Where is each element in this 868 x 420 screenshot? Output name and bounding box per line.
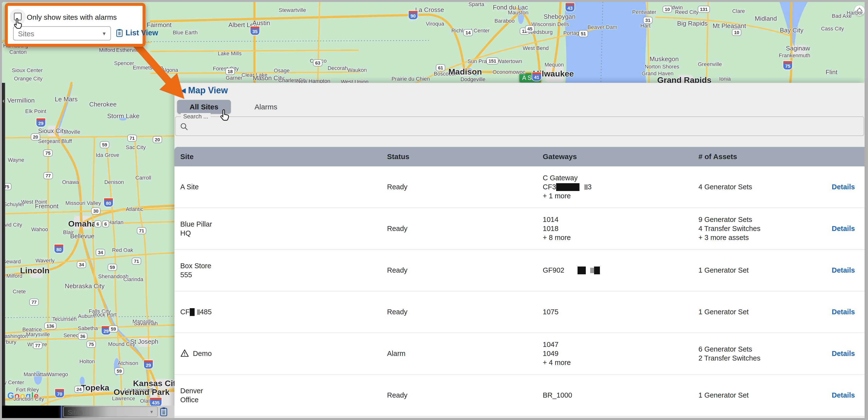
map-view-label: Map View — [188, 85, 228, 95]
details-link[interactable]: Details — [832, 391, 855, 399]
map-label: West Bend — [523, 45, 549, 51]
us-route-shield: 10 — [732, 29, 741, 36]
cell-line: 1018 — [543, 224, 692, 233]
map-label: Manhattan — [24, 371, 49, 377]
search-input[interactable]: Search ... — [175, 116, 864, 136]
cell-line: 1075 — [543, 307, 692, 316]
status-value: Alarm — [387, 349, 406, 357]
cell-assets: 6 Generator Sets2 Transfer Switches — [692, 345, 832, 363]
cell-assets: 1 Generator Set — [692, 307, 832, 316]
map-label: Ionia — [719, 76, 731, 82]
list-view-icon[interactable] — [160, 407, 168, 418]
map-label: Sac City — [126, 144, 146, 150]
redaction-block — [556, 183, 580, 191]
cell-line: HQ — [180, 229, 212, 238]
cell-line: 1 Generator Set — [699, 266, 832, 275]
us-route-shield: 45 — [525, 25, 534, 32]
cell-details: Details — [832, 183, 865, 191]
us-route-shield: 59 — [107, 264, 117, 271]
map-label: Orange City — [14, 76, 42, 82]
map-label: Crete — [13, 288, 26, 295]
details-link[interactable]: Details — [832, 349, 855, 357]
map-label: Nebraska City — [65, 282, 104, 290]
interstate-shield: 70 — [55, 389, 64, 398]
map-view-link[interactable]: ◀ Map View — [181, 85, 228, 95]
map-label: Sioux City — [38, 127, 66, 135]
map-label: Sergeant Bluff — [38, 138, 72, 144]
map-label: Sabetha — [78, 325, 98, 332]
map-label: Midland — [755, 15, 777, 22]
map-label: Oconomowoc — [493, 69, 525, 75]
back-arrow-icon: ◀ — [181, 87, 186, 94]
map-label: Greenville — [698, 61, 722, 67]
details-link[interactable]: Details — [832, 183, 855, 191]
cell-line: 2 Transfer Switches — [699, 354, 832, 363]
cell-status: Ready — [381, 308, 537, 316]
cell-line: Denver — [180, 386, 203, 395]
cell-status: Ready — [381, 225, 537, 233]
map-label: Reed City — [675, 9, 699, 15]
us-route-shield: 61 — [436, 64, 445, 72]
details-link[interactable]: Details — [832, 266, 855, 274]
cell-site: CF485 — [175, 307, 381, 316]
status-value: Ready — [387, 266, 407, 274]
interstate-shield: 29 — [36, 118, 46, 128]
cell-line: 9 Generator Sets — [699, 215, 832, 224]
map-label: Sheboygan — [544, 13, 576, 21]
interstate-shield: 29 — [143, 360, 153, 369]
map-label: Carroll — [135, 175, 151, 181]
chevron-down-icon: ▼ — [102, 31, 106, 36]
cell-line: Blue Pillar — [180, 220, 212, 229]
cell-assets: 1 Generator Set — [692, 266, 832, 275]
cell-line: 1047 — [543, 340, 692, 349]
map-label: Atchison — [118, 360, 138, 366]
map-label: Bay City — [780, 27, 804, 34]
cell-gateways: GF902 — [537, 266, 692, 275]
map-label: Clay Center — [2, 379, 24, 386]
redaction-block — [190, 308, 195, 316]
map-label: Bellevue — [70, 232, 94, 240]
clipboard-icon — [116, 28, 123, 37]
map-label: Waverly — [35, 257, 55, 264]
map-label: Clare — [732, 8, 745, 15]
us-route-shield: 18 — [225, 68, 235, 75]
us-route-shield: 151 — [486, 57, 498, 64]
map-label: Viroqua — [426, 21, 444, 27]
list-view-button[interactable]: List View — [116, 28, 158, 37]
tab-alarms-label: Alarms — [254, 103, 277, 111]
map-label: Cass City — [821, 26, 844, 32]
interstate-shield: 41 — [532, 72, 541, 81]
sites-mini-select[interactable]: Sites ▼ — [63, 407, 158, 417]
annotation-callout: Only show sites with alarms Sites ▼ List… — [5, 3, 146, 47]
map-label: Atlantic — [126, 206, 143, 213]
us-route-shield: 71 — [127, 135, 137, 142]
cell-line: 1049 — [543, 349, 692, 358]
interstate-shield: 80 — [103, 198, 113, 207]
interstate-shield: 75 — [783, 61, 793, 70]
details-link[interactable]: Details — [832, 225, 855, 232]
us-route-shield: 6 — [94, 221, 101, 227]
tab-alarms[interactable]: Alarms — [239, 100, 293, 114]
map-label: Moville — [64, 129, 80, 135]
chevron-left-icon[interactable]: ‹ — [2, 97, 5, 104]
cell-status: Ready — [381, 391, 537, 399]
interstate-shield: 80 — [54, 244, 64, 254]
alarms-only-checkbox[interactable] — [14, 13, 22, 21]
map-label: Washington — [2, 333, 28, 339]
map-label: Topeka — [81, 383, 110, 392]
map-label: Osage — [274, 67, 290, 74]
map-label: Mt Pleasant — [713, 22, 746, 30]
map-label: Wahoo — [31, 226, 48, 233]
sites-dropdown[interactable]: Sites ▼ — [13, 26, 111, 40]
cell-status: Ready — [381, 266, 537, 274]
map-label: Missouri Valley — [65, 200, 101, 206]
map-label: Prairie du Chien — [392, 76, 430, 82]
cell-gateways: 10471049+ 4 more — [537, 340, 692, 367]
status-value: Ready — [387, 183, 407, 191]
map-label: Seward — [3, 258, 21, 265]
details-link[interactable]: Details — [832, 308, 855, 316]
map-label: Omaha — [68, 219, 96, 228]
cell-line: CF33 — [543, 183, 692, 192]
tab-all-sites[interactable]: All Sites — [177, 100, 231, 114]
us-route-shield: 20 — [31, 134, 40, 141]
